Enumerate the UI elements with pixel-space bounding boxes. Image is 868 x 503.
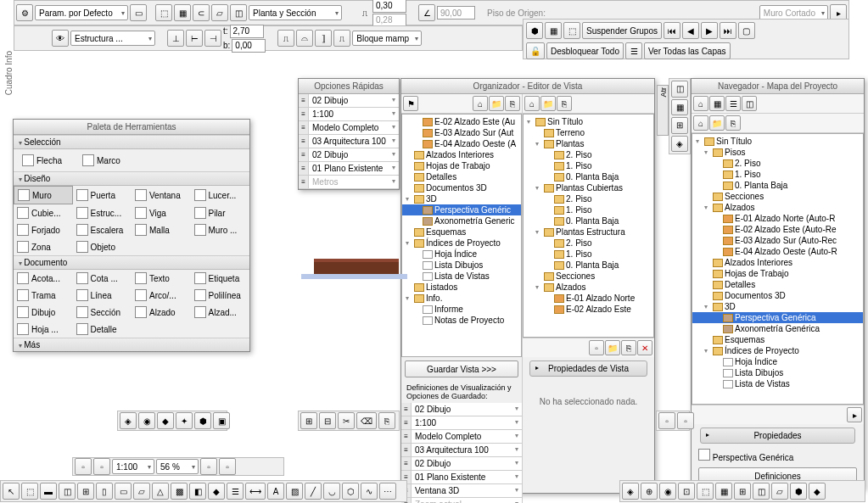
org-del-icon[interactable]: ✕ xyxy=(637,340,652,355)
edit-icon-1[interactable]: ⊞ xyxy=(300,412,317,429)
3d-icon-3[interactable]: ◆ xyxy=(157,412,174,429)
geometry-icon-5[interactable]: ◫ xyxy=(230,4,247,21)
br-icon-11[interactable]: ◆ xyxy=(809,483,826,500)
br-icon-2[interactable]: ⊕ xyxy=(641,483,658,500)
org-newf-icon[interactable]: 📁 xyxy=(605,340,620,355)
geometry-icon-1[interactable]: ⬚ xyxy=(155,4,172,21)
tool-dibujo[interactable]: Dibujo xyxy=(14,304,73,321)
bt-arc-icon[interactable]: ◡ xyxy=(323,483,340,500)
geometry-icon-2[interactable]: ▦ xyxy=(174,4,191,21)
tool-marco[interactable]: Marco xyxy=(79,152,124,169)
tree-item[interactable]: 2. Piso xyxy=(524,149,653,160)
tool-muroc[interactable]: Muro ... xyxy=(191,221,250,238)
b-input[interactable] xyxy=(232,39,266,53)
show-all-layers-button[interactable]: Ver Todas las Capas xyxy=(644,42,731,59)
br-icon-7[interactable]: ⊞ xyxy=(734,483,751,500)
tree-item[interactable]: E-01 Alzado Norte (Auto-R xyxy=(692,213,863,224)
suspend-groups-button[interactable]: Suspender Grupos xyxy=(582,22,662,39)
tree-item[interactable]: Hojas de Trabajo xyxy=(402,160,521,171)
tree-item[interactable]: Terreno xyxy=(524,127,653,138)
nav-tab-2[interactable]: ▦ xyxy=(709,96,725,111)
tree-item[interactable]: ▾Alzados xyxy=(524,282,653,293)
org-clone-icon[interactable]: ⎘ xyxy=(505,96,520,111)
nav-props-disclosure[interactable]: Propiedades xyxy=(700,428,855,444)
setting-dropdown[interactable]: Modelo Completo xyxy=(309,121,399,134)
guardar-vista-button[interactable]: Guardar Vista >>> xyxy=(405,360,518,377)
nav-tab-1[interactable]: ⌂ xyxy=(693,96,708,111)
tree-item[interactable]: Listados xyxy=(402,282,521,293)
tree-item[interactable]: 2. Piso xyxy=(692,158,863,169)
tree-item[interactable]: Alzados Interiores xyxy=(692,257,863,268)
tree-item[interactable]: 1. Piso xyxy=(692,169,863,180)
bt-arrow-icon[interactable]: ↖ xyxy=(3,483,20,500)
bt-more-icon[interactable]: ⋯ xyxy=(379,483,396,500)
setting-dropdown[interactable]: 01 Plano Existente xyxy=(412,471,522,483)
status-icon-2[interactable]: ▫ xyxy=(93,458,110,475)
tree-item[interactable]: ▾Índices de Proyecto xyxy=(692,345,863,356)
setting-dropdown[interactable]: 01 Plano Existente xyxy=(309,162,399,175)
tree-item[interactable]: 0. Planta Baja xyxy=(524,260,653,271)
tree-item[interactable]: ▾Índices de Proyecto xyxy=(402,238,521,249)
status-icon-1[interactable]: ▫ xyxy=(75,458,92,475)
tree-item[interactable]: ▾Sin Título xyxy=(692,136,863,147)
tree-item[interactable]: 0. Planta Baja xyxy=(524,215,653,226)
tool-etiqueta[interactable]: Etiqueta xyxy=(191,270,250,287)
mid-icon-2[interactable]: ▫ xyxy=(677,412,694,429)
tree-item[interactable]: 0. Planta Baja xyxy=(524,171,653,182)
edit-icon-5[interactable]: ⎘ xyxy=(378,412,395,429)
tool-zona[interactable]: Zona xyxy=(14,238,73,255)
tree-item[interactable]: E-03 Alzado Sur (Auto-Rec xyxy=(692,235,863,246)
nav-first-icon[interactable]: ⏮ xyxy=(664,22,680,39)
tree-item[interactable]: ▾Plantas Estructura xyxy=(524,226,653,238)
setting-dropdown[interactable]: 02 Dibujo xyxy=(412,457,522,470)
tool-objeto[interactable]: Objeto xyxy=(73,238,132,255)
bt-fill-icon[interactable]: ▨ xyxy=(286,483,303,500)
setting-dropdown[interactable]: 02 Dibujo xyxy=(412,403,522,416)
height-1-input[interactable] xyxy=(372,0,406,13)
tool-pilar[interactable]: Pilar xyxy=(191,204,250,221)
status-icon-4[interactable]: ▫ xyxy=(219,458,236,475)
setting-dropdown[interactable]: Metros xyxy=(309,176,399,188)
setting-dropdown[interactable]: Ventana 3D xyxy=(412,484,522,497)
3d-icon-2[interactable]: ◉ xyxy=(138,412,155,429)
tree-item[interactable]: Detalles xyxy=(402,171,521,182)
layer-icon-2[interactable]: ▦ xyxy=(545,22,562,39)
bt-wall-icon[interactable]: ▬ xyxy=(40,483,57,500)
tool-arco[interactable]: Arco/... xyxy=(132,287,191,304)
tree-item[interactable]: ▾3D xyxy=(402,193,521,204)
br-icon-3[interactable]: ◉ xyxy=(659,483,676,500)
stack-icon[interactable]: ☰ xyxy=(625,42,642,59)
settings-icon[interactable]: ⚙ xyxy=(16,4,33,21)
setting-dropdown[interactable]: 1:100 xyxy=(412,416,522,429)
org-r-clone-icon[interactable]: ⎘ xyxy=(557,96,572,111)
tree-item[interactable]: 0. Planta Baja xyxy=(692,180,863,191)
br-icon-6[interactable]: ▦ xyxy=(715,483,732,500)
angle-input[interactable] xyxy=(437,6,475,20)
bt-slab-icon[interactable]: ▱ xyxy=(133,483,150,500)
eye-icon[interactable]: 👁 xyxy=(52,30,69,47)
setting-dropdown[interactable]: 02 Dibujo xyxy=(309,148,399,161)
nav-ext-icon[interactable]: ▢ xyxy=(738,22,755,39)
tree-item[interactable]: E-02 Alzado Este (Au xyxy=(402,116,521,127)
estructura-dropdown[interactable]: Estructura ... xyxy=(70,31,155,46)
tree-item[interactable]: E-03 Alzado Sur (Aut xyxy=(402,127,521,138)
tree-item[interactable]: Documentos 3D xyxy=(692,290,863,301)
tree-item[interactable]: ▾Plantas xyxy=(524,138,653,149)
org-folder-icon[interactable]: 📁 xyxy=(489,96,504,111)
br-icon-1[interactable]: ◈ xyxy=(622,483,639,500)
bt-window-icon[interactable]: ⊞ xyxy=(77,483,94,500)
tree-item[interactable]: ▾Sin Título xyxy=(524,116,653,127)
tree-item[interactable]: ▾Alzados xyxy=(692,202,863,213)
status-icon-3[interactable]: ▫ xyxy=(200,458,217,475)
bloque-dropdown[interactable]: Bloque mamp xyxy=(352,31,422,46)
tool-ventana[interactable]: Ventana xyxy=(132,186,191,204)
setting-dropdown[interactable]: 03 Arquitectura 100 xyxy=(309,135,399,148)
attr-icon-3[interactable]: ⊞ xyxy=(671,117,688,134)
t-input[interactable] xyxy=(230,25,264,38)
br-icon-8[interactable]: ◫ xyxy=(753,483,770,500)
tool-cubie[interactable]: Cubie... xyxy=(14,204,73,221)
tree-item[interactable]: Notas de Proyecto xyxy=(402,315,521,326)
planta-seccion-dropdown[interactable]: Planta y Sección xyxy=(249,5,342,20)
tree-item[interactable]: Lista de Vistas xyxy=(402,271,521,282)
tree-item[interactable]: Hojas de Trabajo xyxy=(692,268,863,279)
